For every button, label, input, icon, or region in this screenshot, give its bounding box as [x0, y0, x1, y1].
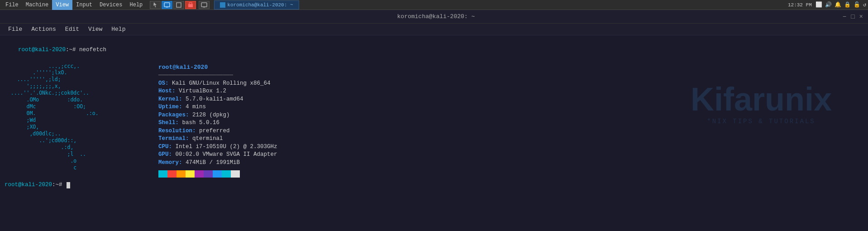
menu-file[interactable]: File — [2, 0, 22, 10]
window-title: koromicha@kali-2020: ~ — [31, 13, 841, 20]
toolbar-mouse-btn[interactable] — [150, 1, 161, 9]
sysinfo-terminal: Terminal: qterminal — [158, 135, 277, 143]
sysinfo-host: Host: VirtualBox 1.2 — [158, 87, 277, 96]
menu-input[interactable]: Input — [72, 0, 96, 10]
neofetch-output: ...,;ccc,. .''''';lxO. ....''''',;ld; ';… — [5, 63, 863, 178]
bell-icon: 🔔 — [835, 1, 841, 8]
ascii-art: ...,;ccc,. .''''';lxO. ....''''',;ld; ';… — [5, 63, 140, 178]
sysinfo-separator: ────────────────────── — [158, 72, 277, 80]
term-menu-help[interactable]: Help — [107, 25, 130, 34]
system-info: root@kali-2020 ────────────────────── OS… — [158, 63, 277, 178]
sysinfo-cpu: CPU: Intel i7-10510U (2) @ 2.303GHz — [158, 143, 277, 151]
color-blocks — [158, 170, 277, 178]
sysinfo-gpu: GPU: 00:02.0 VMware SVGA II Adapter — [158, 151, 277, 159]
clock: 12:32 PM — [788, 2, 812, 8]
terminal-menubar: File Actions Edit View Help — [0, 24, 868, 35]
color-block-6 — [213, 170, 222, 178]
terminal-content: root@kali-2020:~# neofetch ...,;ccc,. .'… — [0, 35, 868, 231]
menu-view[interactable]: View — [52, 0, 72, 10]
color-block-7 — [222, 170, 231, 178]
status-icons: ⬜ 🔊 🔔 🔒 🔓 ↺ — [816, 1, 866, 8]
menu-help[interactable]: Help — [126, 0, 146, 10]
toolbar-icons — [150, 1, 210, 9]
window-chrome: koromicha@kali-2020: ~ − □ × — [0, 10, 868, 24]
system-bar: File Machine View Input Devices Help — [0, 0, 868, 10]
term-menu-edit[interactable]: Edit — [61, 25, 84, 34]
screen-icon: ⬜ — [816, 1, 822, 8]
svg-rect-1 — [166, 7, 168, 8]
menu-machine[interactable]: Machine — [22, 0, 52, 10]
sysinfo-username: root@kali-2020 — [158, 64, 208, 71]
final-prompt-line: root@kali-2020:~# — [5, 181, 863, 189]
svg-rect-6 — [203, 7, 205, 8]
color-block-4 — [195, 170, 204, 178]
terminal-tab[interactable]: koromicha@kali-2020: ~ — [214, 0, 299, 10]
toolbar-red-btn[interactable] — [185, 1, 196, 9]
sysinfo-uptime: Uptime: 4 mins — [158, 103, 277, 111]
cursor — [67, 182, 70, 188]
tab-icon — [220, 2, 225, 8]
sysinfo-resolution: Resolution: preferred — [158, 127, 277, 135]
prompt-separator: :~# — [66, 47, 79, 53]
svg-rect-0 — [164, 3, 170, 7]
lock2-icon: 🔓 — [854, 1, 860, 8]
color-block-2 — [176, 170, 186, 178]
sysinfo-os: OS: Kali GNU/Linux Rolling x86_64 — [158, 80, 277, 88]
toolbar-square-btn[interactable] — [173, 1, 184, 9]
color-block-5 — [204, 170, 213, 178]
command-line: root@kali-2020:~# neofetch — [5, 38, 863, 62]
refresh-icon: ↺ — [863, 1, 866, 8]
system-bar-right: 12:32 PM ⬜ 🔊 🔔 🔒 🔓 ↺ — [788, 1, 866, 8]
prompt-user: root@kali-2020 — [18, 47, 66, 53]
sysinfo-username-line: root@kali-2020 — [158, 63, 277, 72]
final-prompt-sep: :~# — [52, 181, 66, 189]
color-block-1 — [167, 170, 176, 178]
sysinfo-kernel: Kernel: 5.7.0-kali1-amd64 — [158, 96, 277, 104]
command-text: neofetch — [79, 47, 106, 53]
maximize-button[interactable]: □ — [849, 13, 856, 20]
toolbar-screen-btn[interactable] — [162, 1, 172, 9]
window-controls: − □ × — [841, 13, 864, 20]
tab-title: koromicha@kali-2020: ~ — [227, 2, 293, 8]
term-menu-actions[interactable]: Actions — [27, 25, 61, 34]
tab-bar: koromicha@kali-2020: ~ — [214, 0, 299, 10]
lock-icon: 🔒 — [844, 1, 851, 8]
volume-icon: 🔊 — [825, 1, 832, 8]
svg-rect-4 — [189, 3, 192, 5]
sysinfo-shell: Shell: bash 5.0.16 — [158, 119, 277, 127]
sysinfo-memory: Memory: 474MiB / 1991MiB — [158, 159, 277, 167]
color-block-0 — [158, 170, 167, 178]
final-prompt-user: root@kali-2020 — [5, 181, 52, 189]
toolbar-screen2-btn[interactable] — [199, 1, 210, 9]
term-menu-view[interactable]: View — [84, 25, 107, 34]
color-block-8 — [231, 170, 240, 178]
system-menu: File Machine View Input Devices Help — [2, 0, 146, 10]
svg-rect-2 — [176, 3, 181, 7]
term-menu-file[interactable]: File — [4, 25, 27, 34]
svg-rect-5 — [201, 3, 207, 7]
menu-devices[interactable]: Devices — [96, 0, 126, 10]
close-button[interactable]: × — [858, 13, 864, 20]
minimize-button[interactable]: − — [841, 13, 848, 20]
color-block-3 — [186, 170, 195, 178]
sysinfo-packages: Packages: 2128 (dpkg) — [158, 111, 277, 120]
system-bar-left: File Machine View Input Devices Help — [2, 0, 299, 10]
